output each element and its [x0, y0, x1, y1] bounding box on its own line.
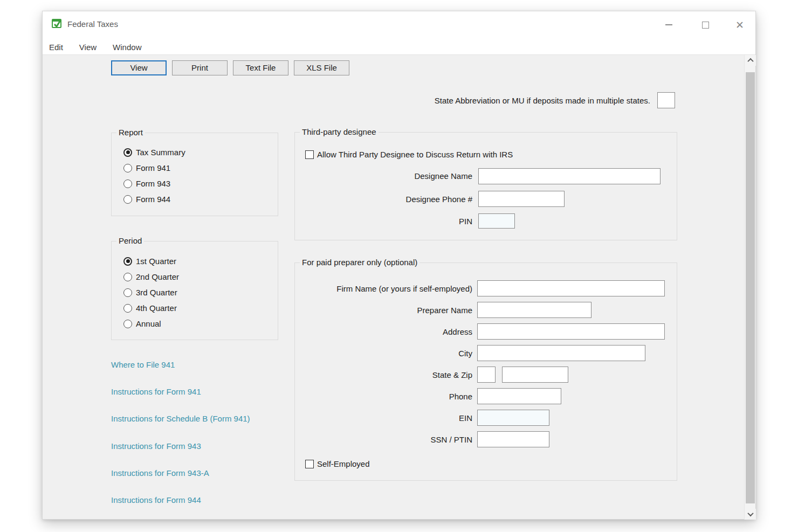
print-button[interactable]: Print	[172, 60, 228, 75]
ssn-ptin-label: SSN / PTIN	[301, 435, 472, 444]
link-instructions-form-944[interactable]: Instructions for Form 944	[111, 495, 201, 505]
allow-designee-checkbox[interactable]: Allow Third Party Designee to Discuss Re…	[305, 150, 513, 159]
radio-form-944[interactable]: Form 944	[123, 195, 170, 204]
menu-edit[interactable]: Edit	[48, 42, 64, 54]
phone-label: Phone	[301, 392, 472, 401]
page-canvas: Federal Taxes ✕ Edit View Window View Pr…	[0, 0, 798, 532]
radio-1st-quarter[interactable]: 1st Quarter	[123, 257, 176, 266]
radio-label: Form 941	[136, 163, 170, 172]
app-icon	[51, 18, 63, 30]
radio-circle	[123, 273, 132, 281]
scrollbar-thumb[interactable]	[746, 72, 755, 503]
content-area: View Print Text File XLS File State Abbr…	[43, 54, 755, 519]
preparer-name-label: Preparer Name	[301, 306, 472, 315]
radio-circle	[123, 195, 132, 204]
city-label: City	[301, 349, 472, 358]
maximize-icon	[702, 22, 709, 29]
zip-input[interactable]	[502, 367, 568, 383]
state-zip-label: State & Zip	[301, 370, 472, 379]
preparer-name-input[interactable]	[477, 302, 591, 318]
scroll-down-button[interactable]	[745, 509, 756, 520]
radio-2nd-quarter[interactable]: 2nd Quarter	[123, 272, 179, 281]
ein-input[interactable]	[477, 410, 549, 426]
period-group-title: Period	[116, 236, 144, 245]
radio-form-943[interactable]: Form 943	[123, 179, 170, 188]
radio-label: Form 944	[136, 195, 170, 204]
radio-circle	[123, 179, 132, 188]
radio-circle	[123, 288, 132, 297]
designee-name-input[interactable]	[478, 168, 661, 184]
menu-bar: Edit View Window	[43, 42, 755, 54]
close-icon: ✕	[735, 20, 744, 30]
xls-file-button[interactable]: XLS File	[294, 60, 349, 75]
state-input[interactable]	[477, 367, 496, 383]
report-group-title: Report	[116, 128, 145, 137]
designee-phone-input[interactable]	[478, 191, 565, 207]
radio-3rd-quarter[interactable]: 3rd Quarter	[123, 288, 177, 297]
menu-view[interactable]: View	[78, 42, 98, 54]
checkbox-box	[305, 150, 314, 159]
checkbox-label: Self-Employed	[317, 459, 370, 468]
close-button[interactable]: ✕	[732, 18, 748, 32]
title-bar: Federal Taxes ✕	[43, 11, 755, 37]
radio-circle	[123, 304, 132, 313]
radio-label: 1st Quarter	[136, 257, 176, 266]
text-file-button[interactable]: Text File	[233, 60, 288, 75]
link-where-to-file-941[interactable]: Where to File 941	[111, 360, 175, 369]
radio-circle	[123, 257, 132, 266]
chevron-down-icon	[747, 510, 753, 516]
firm-name-input[interactable]	[477, 280, 665, 296]
radio-circle	[123, 320, 132, 328]
designee-name-label: Designee Name	[345, 171, 472, 181]
third-party-designee-title: Third-party designee	[300, 127, 379, 136]
state-abbreviation-label: State Abbreviation or MU if deposits mad…	[280, 96, 650, 105]
radio-circle	[123, 164, 132, 172]
radio-annual[interactable]: Annual	[123, 319, 161, 328]
menu-window[interactable]: Window	[112, 42, 142, 54]
city-input[interactable]	[477, 345, 645, 361]
radio-label: Tax Summary	[136, 148, 185, 157]
checkbox-label: Allow Third Party Designee to Discuss Re…	[317, 150, 513, 159]
radio-label: 4th Quarter	[136, 303, 177, 313]
maximize-button[interactable]	[697, 18, 713, 32]
link-instructions-schedule-b-form-941[interactable]: Instructions for Schedule B (Form 941)	[111, 414, 250, 423]
minimize-button[interactable]	[661, 18, 677, 32]
radio-4th-quarter[interactable]: 4th Quarter	[123, 303, 177, 313]
paid-preparer-title: For paid preparer only (optional)	[300, 258, 419, 267]
state-abbreviation-input[interactable]	[657, 92, 675, 108]
checkbox-box	[305, 460, 314, 468]
phone-input[interactable]	[477, 388, 561, 404]
ssn-ptin-input[interactable]	[477, 431, 549, 447]
address-label: Address	[301, 327, 472, 336]
address-input[interactable]	[477, 323, 665, 340]
view-button[interactable]: View	[111, 60, 167, 75]
pin-input[interactable]	[478, 213, 515, 229]
self-employed-checkbox[interactable]: Self-Employed	[305, 459, 370, 468]
federal-taxes-window: Federal Taxes ✕ Edit View Window View Pr…	[42, 11, 756, 520]
scroll-up-button[interactable]	[745, 55, 756, 66]
ein-label: EIN	[301, 413, 472, 423]
firm-name-label: Firm Name (or yours if self-employed)	[301, 284, 472, 293]
pin-label: PIN	[345, 217, 472, 226]
radio-label: Annual	[136, 319, 161, 328]
chevron-up-icon	[747, 58, 753, 64]
link-instructions-form-943[interactable]: Instructions for Form 943	[111, 441, 201, 451]
radio-label: Form 943	[136, 179, 170, 188]
vertical-scrollbar[interactable]	[744, 55, 755, 520]
link-instructions-form-941[interactable]: Instructions for Form 941	[111, 387, 201, 396]
radio-form-941[interactable]: Form 941	[123, 163, 170, 172]
radio-tax-summary[interactable]: Tax Summary	[123, 148, 185, 157]
radio-label: 2nd Quarter	[136, 272, 179, 281]
radio-label: 3rd Quarter	[136, 288, 177, 297]
link-instructions-form-943-a[interactable]: Instructions for Form 943-A	[111, 468, 209, 478]
designee-phone-label: Designee Phone #	[345, 195, 472, 204]
radio-circle	[123, 148, 132, 157]
window-title: Federal Taxes	[67, 19, 118, 29]
minimize-icon	[665, 24, 672, 25]
